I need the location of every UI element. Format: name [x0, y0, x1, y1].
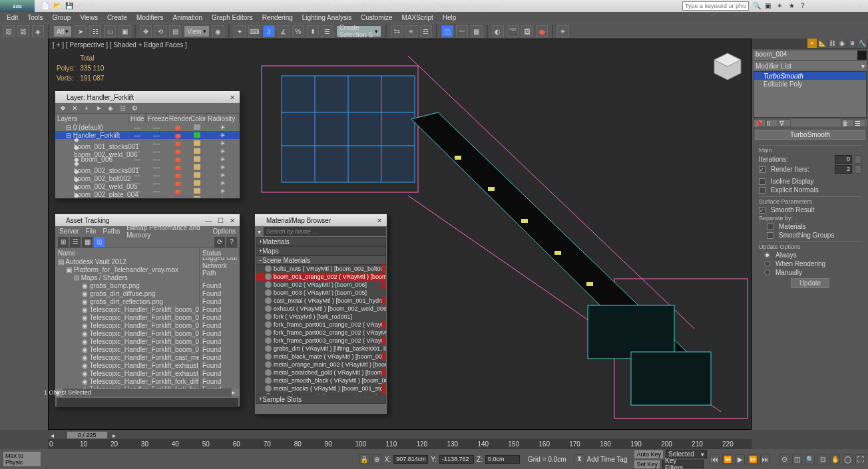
- angle-snap-icon[interactable]: ∡: [278, 25, 290, 37]
- time-config-icon[interactable]: ⏲: [779, 454, 789, 464]
- material-row[interactable]: boom_003 ( VRayMtl ) [boom_005]: [256, 289, 386, 297]
- snap-toggle-icon[interactable]: 3: [263, 25, 275, 37]
- display-tab-icon[interactable]: 🖥: [847, 39, 857, 48]
- settings-icon[interactable]: ⚙: [130, 104, 139, 113]
- update-rendering-radio[interactable]: [764, 261, 770, 267]
- help-icon[interactable]: ?: [226, 237, 237, 247]
- lighting-analysis-icon[interactable]: ☀: [557, 25, 569, 37]
- explicit-normals-checkbox[interactable]: [759, 187, 765, 194]
- graphite-icon[interactable]: ◫: [441, 25, 453, 37]
- motion-tab-icon[interactable]: ◉: [837, 39, 847, 48]
- material-row[interactable]: boom_001_orange_002 ( VRayMtl ) [boom_00…: [256, 273, 386, 281]
- prev-frame-icon[interactable]: ⏪: [722, 454, 732, 464]
- hierarchy-tab-icon[interactable]: ⛓: [827, 39, 837, 48]
- asset-menu-item[interactable]: Paths: [103, 228, 120, 235]
- refresh-icon[interactable]: ⟳: [214, 237, 225, 247]
- asset-menu-item[interactable]: File: [85, 228, 96, 235]
- asset-row[interactable]: ◉ Telescopic_Handler_Forklift_exhaust_di…: [55, 361, 240, 369]
- rotate-icon[interactable]: ⟲: [154, 25, 166, 37]
- layer-row[interactable]: ◆ boom_002_plate_003——🫖☀: [55, 195, 240, 198]
- time-tag-icon[interactable]: ⧗: [574, 454, 584, 464]
- redo-icon[interactable]: ↷: [89, 2, 97, 10]
- scale-icon[interactable]: ▤: [169, 25, 181, 37]
- close-icon[interactable]: ✕: [228, 94, 237, 101]
- show-end-result-icon[interactable]: Ⅱ: [766, 119, 778, 127]
- ref-coord-combo[interactable]: View ▾: [184, 25, 210, 37]
- materials-checkbox[interactable]: [767, 224, 773, 230]
- asset-row[interactable]: ◉ Telescopic_Handler_Forklift_boom_001_r…: [55, 313, 240, 321]
- menu-tools[interactable]: Tools: [23, 14, 47, 21]
- menu-help[interactable]: Help: [439, 14, 461, 21]
- menu-create[interactable]: Create: [103, 14, 131, 21]
- iterations-spinner[interactable]: 0: [835, 155, 852, 164]
- modifier-item[interactable]: TurboSmooth: [754, 72, 866, 80]
- material-search-input[interactable]: Search by Name ...: [264, 227, 386, 236]
- minimize-button[interactable]: —: [818, 3, 825, 10]
- material-row[interactable]: boom_002 ( VRayMtl ) [boom_006]: [256, 281, 386, 289]
- orbit-icon[interactable]: ◯: [843, 454, 853, 464]
- material-row[interactable]: cast_metal ( VRayMtl ) [boom_001_hydraul…: [256, 297, 386, 305]
- lock-selection-icon[interactable]: 🔒: [359, 454, 369, 464]
- tree-view-icon[interactable]: ⊞: [58, 237, 69, 247]
- menu-rendering[interactable]: Rendering: [258, 14, 297, 21]
- configure-sets-icon[interactable]: ☰: [854, 119, 866, 127]
- asset-row[interactable]: ◉ Telescopic_Handler_Forklift_boom_003_r…: [55, 345, 240, 353]
- asset-row[interactable]: ◉ Telescopic_Handler_Forklift_boom_002_r…: [55, 329, 240, 337]
- make-unique-icon[interactable]: ∇: [779, 119, 791, 127]
- asset-row[interactable]: ◉ Telescopic_Handler_Forklift_exhaust_re…: [55, 369, 240, 377]
- material-row[interactable]: fork_frame_part002_orange_002 ( VRayMtl …: [256, 329, 386, 337]
- render-iters-spinner[interactable]: 2: [835, 165, 852, 174]
- object-name-field[interactable]: boom_004: [754, 51, 857, 60]
- asset-row[interactable]: ◉ grabs_bump.pngFound: [55, 281, 240, 289]
- edit-selection-set-icon[interactable]: ☰: [322, 25, 333, 37]
- zoom-icon[interactable]: 🔍: [805, 454, 815, 464]
- modify-tab-icon[interactable]: 📐: [817, 39, 827, 48]
- goto-end-icon[interactable]: ⏭: [760, 454, 770, 464]
- pan-icon[interactable]: ✋: [830, 454, 840, 464]
- material-row[interactable]: metal_smooth_black ( VRayMtl ) [boom_001…: [256, 377, 386, 385]
- open-icon[interactable]: 📂: [53, 2, 61, 10]
- goto-start-icon[interactable]: ⏮: [710, 454, 720, 464]
- remove-modifier-icon[interactable]: 🗑: [841, 119, 853, 127]
- favorite-icon[interactable]: ★: [789, 2, 797, 10]
- new-layer-icon[interactable]: ❖: [58, 104, 67, 113]
- materials-section[interactable]: + Materials: [256, 237, 386, 246]
- render-production-icon[interactable]: 🫖: [536, 25, 548, 37]
- mirror-icon[interactable]: ⮀: [391, 25, 403, 37]
- layer-row[interactable]: ⊟ 0 (default)——🫖☀: [55, 123, 240, 131]
- unlink-icon[interactable]: ⛓̸: [17, 25, 29, 37]
- options-icon[interactable]: ⊡: [94, 237, 105, 247]
- asset-row[interactable]: ◉ Telescopic_Handler_Forklift_boom_002_d…: [55, 321, 240, 329]
- move-icon[interactable]: ✥: [140, 25, 152, 37]
- curve-editor-icon[interactable]: 〰: [456, 25, 468, 37]
- asset-row[interactable]: ◉ Telescopic_Handler_Forklift_boom_001_d…: [55, 305, 240, 313]
- menu-edit[interactable]: Edit: [3, 14, 22, 21]
- asset-row[interactable]: ◉ Telescopic_Handler_Forklift_fork_diffu…: [55, 377, 240, 385]
- material-row[interactable]: metal_black_mate ( VRayMtl ) [boom_003_h…: [256, 353, 386, 361]
- isolate-icon[interactable]: ◫: [792, 454, 802, 464]
- material-row[interactable]: grabs_dirt ( VRayMtl ) [lifting_basket00…: [256, 345, 386, 353]
- menu-animation[interactable]: Animation: [168, 14, 206, 21]
- help-icon[interactable]: ?: [221, 94, 225, 101]
- maximize-icon[interactable]: ☐: [216, 217, 225, 224]
- select-link-icon[interactable]: ⛓: [3, 25, 15, 37]
- add-to-layer-icon[interactable]: +: [82, 104, 91, 113]
- list-view-icon[interactable]: ☰: [70, 237, 81, 247]
- highlight-icon[interactable]: ◈: [106, 104, 115, 113]
- table-icon[interactable]: ▦: [82, 237, 93, 247]
- add-time-tag[interactable]: Add Time Tag: [587, 456, 628, 463]
- menu-lighting-analysis[interactable]: Lighting Analysis: [298, 14, 356, 21]
- maximize-button[interactable]: ☐: [838, 3, 844, 10]
- scene-materials-section[interactable]: − Scene Materials: [256, 255, 386, 265]
- utilities-tab-icon[interactable]: 🔧: [857, 39, 867, 48]
- select-objects-icon[interactable]: ➤: [94, 104, 103, 113]
- select-by-name-icon[interactable]: ☷: [89, 25, 101, 37]
- object-color-swatch[interactable]: [857, 51, 867, 60]
- z-coord-field[interactable]: [485, 455, 520, 464]
- render-setup-icon[interactable]: 🎬: [507, 25, 519, 37]
- help-icon[interactable]: ?: [801, 2, 809, 10]
- percent-snap-icon[interactable]: %: [292, 25, 304, 37]
- create-tab-icon[interactable]: ✶: [807, 39, 817, 48]
- material-row[interactable]: fork ( VRayMtl ) [fork_rod001]: [256, 313, 386, 321]
- auto-key-button[interactable]: Auto Key: [634, 450, 664, 459]
